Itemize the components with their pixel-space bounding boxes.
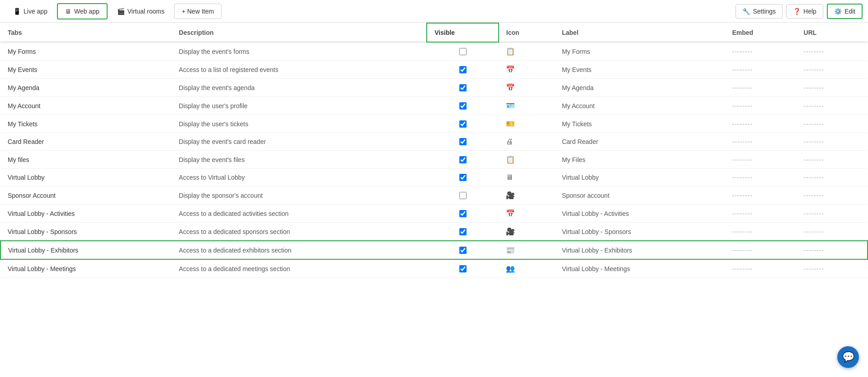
- description-cell: Display the user's tickets: [172, 115, 427, 133]
- embed-cell: --------: [725, 169, 796, 186]
- url-cell: --------: [797, 61, 868, 79]
- tab-name-cell: My Forms: [0, 42, 172, 61]
- icon-cell: 📅: [499, 61, 555, 79]
- tab-live-app[interactable]: 📱 Live app: [5, 4, 55, 19]
- col-tabs: Tabs: [0, 23, 172, 42]
- col-visible: Visible: [427, 23, 499, 42]
- description-cell: Access to a dedicated meetings section: [172, 259, 427, 278]
- icon-cell: 🎥: [499, 186, 555, 205]
- tab-name-cell: Virtual Lobby - Exhibitors: [0, 241, 172, 259]
- visible-checkbox[interactable]: [459, 247, 467, 254]
- icon-cell: 👥: [499, 259, 555, 278]
- settings-button[interactable]: 🔧 Settings: [736, 4, 783, 19]
- icon-cell: 📋: [499, 151, 555, 169]
- label-cell: Virtual Lobby: [555, 169, 725, 186]
- edit-label: Edit: [844, 8, 855, 15]
- visible-cell: [427, 151, 499, 169]
- label-cell: My Tickets: [555, 115, 725, 133]
- url-cell: --------: [797, 186, 868, 205]
- description-cell: Access to a dedicated sponsors section: [172, 223, 427, 241]
- label-cell: Card Reader: [555, 133, 725, 151]
- table-row: Sponsor AccountDisplay the sponsor's acc…: [0, 186, 868, 205]
- icon-cell: 🖥: [499, 169, 555, 186]
- label-cell: Virtual Lobby - Activities: [555, 205, 725, 223]
- embed-cell: --------: [725, 61, 796, 79]
- table-row: My filesDisplay the event's files📋My Fil…: [0, 151, 868, 169]
- visible-cell: [427, 205, 499, 223]
- visible-checkbox[interactable]: [459, 192, 467, 199]
- embed-cell: --------: [725, 79, 796, 97]
- help-button[interactable]: ❓ Help: [786, 4, 823, 19]
- icon-cell: 📅: [499, 205, 555, 223]
- tabs-table: Tabs Description Visible Icon Label Embe…: [0, 23, 868, 278]
- tab-name-cell: Card Reader: [0, 133, 172, 151]
- url-cell: --------: [797, 42, 868, 61]
- visible-cell: [427, 241, 499, 259]
- visible-checkbox[interactable]: [459, 66, 467, 73]
- icon-cell: 📰: [499, 241, 555, 259]
- tab-web-app-label: Web app: [74, 8, 99, 15]
- visible-checkbox[interactable]: [459, 156, 467, 163]
- tab-virtual-rooms[interactable]: 🎬 Virtual rooms: [109, 4, 172, 19]
- description-cell: Access to a list of registered events: [172, 61, 427, 79]
- edit-button[interactable]: ⚙️ Edit: [827, 4, 863, 19]
- table-row: My AccountDisplay the user's profile🪪My …: [0, 97, 868, 115]
- visible-checkbox[interactable]: [459, 174, 467, 181]
- url-cell: --------: [797, 115, 868, 133]
- new-item-button[interactable]: + New Item: [174, 4, 222, 19]
- label-cell: My Account: [555, 97, 725, 115]
- visible-cell: [427, 169, 499, 186]
- description-cell: Access to a dedicated activities section: [172, 205, 427, 223]
- tab-name-cell: Sponsor Account: [0, 186, 172, 205]
- url-cell: --------: [797, 169, 868, 186]
- table-row: Virtual Lobby - ActivitiesAccess to a de…: [0, 205, 868, 223]
- icon-cell: 🪪: [499, 97, 555, 115]
- label-cell: Sponsor account: [555, 186, 725, 205]
- table-row: Virtual Lobby - SponsorsAccess to a dedi…: [0, 223, 868, 241]
- nav-tabs: 📱 Live app 🖥 Web app 🎬 Virtual rooms + N…: [5, 3, 222, 19]
- label-cell: Virtual Lobby - Meetings: [555, 259, 725, 278]
- table-row: My AgendaDisplay the event's agenda📅My A…: [0, 79, 868, 97]
- visible-checkbox[interactable]: [459, 228, 467, 235]
- description-cell: Display the event's forms: [172, 42, 427, 61]
- tab-name-cell: Virtual Lobby - Sponsors: [0, 223, 172, 241]
- visible-checkbox[interactable]: [459, 102, 467, 110]
- tab-web-app[interactable]: 🖥 Web app: [57, 3, 108, 19]
- description-cell: Access to Virtual Lobby: [172, 169, 427, 186]
- tab-virtual-rooms-label: Virtual rooms: [127, 8, 165, 15]
- visible-cell: [427, 133, 499, 151]
- visible-checkbox[interactable]: [459, 84, 467, 91]
- embed-cell: --------: [725, 205, 796, 223]
- tab-name-cell: Virtual Lobby - Activities: [0, 205, 172, 223]
- visible-cell: [427, 97, 499, 115]
- url-cell: --------: [797, 79, 868, 97]
- visible-checkbox[interactable]: [459, 265, 467, 272]
- description-cell: Access to a dedicated exhibitors section: [172, 241, 427, 259]
- table-row: Card ReaderDisplay the event's card read…: [0, 133, 868, 151]
- tab-name-cell: My Account: [0, 97, 172, 115]
- description-cell: Display the sponsor's account: [172, 186, 427, 205]
- icon-cell: 🎫: [499, 115, 555, 133]
- visible-checkbox[interactable]: [459, 138, 467, 145]
- table-row: My EventsAccess to a list of registered …: [0, 61, 868, 79]
- description-cell: Display the event's agenda: [172, 79, 427, 97]
- new-item-label: + New Item: [182, 8, 214, 15]
- table-row: Virtual Lobby - ExhibitorsAccess to a de…: [0, 241, 868, 259]
- wrench-icon: 🔧: [742, 8, 750, 15]
- tab-name-cell: My Agenda: [0, 79, 172, 97]
- label-cell: My Forms: [555, 42, 725, 61]
- col-label: Label: [555, 23, 725, 42]
- tab-live-app-label: Live app: [24, 8, 47, 15]
- gear-icon: ⚙️: [834, 8, 842, 15]
- icon-cell: 🎥: [499, 223, 555, 241]
- tab-name-cell: My Events: [0, 61, 172, 79]
- visible-checkbox[interactable]: [459, 48, 467, 55]
- col-icon: Icon: [499, 23, 555, 42]
- description-cell: Display the event's files: [172, 151, 427, 169]
- visible-checkbox[interactable]: [459, 120, 467, 128]
- url-cell: --------: [797, 205, 868, 223]
- table-row: My TicketsDisplay the user's tickets🎫My …: [0, 115, 868, 133]
- table-container: Tabs Description Visible Icon Label Embe…: [0, 23, 868, 278]
- icon-cell: 📋: [499, 42, 555, 61]
- visible-checkbox[interactable]: [459, 210, 467, 217]
